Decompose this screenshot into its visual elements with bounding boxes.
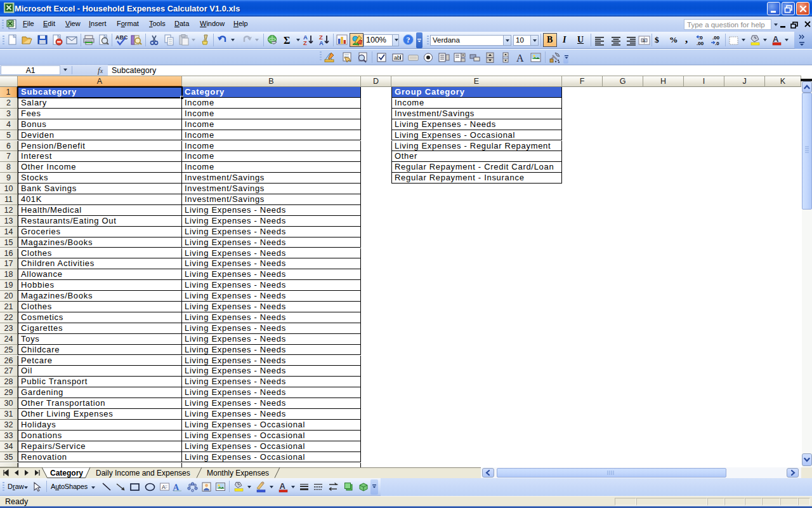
svg-text:Σ: Σ — [284, 35, 290, 46]
svg-text:A: A — [319, 39, 324, 46]
svg-text:.0: .0 — [698, 35, 703, 41]
svg-text:.00: .00 — [697, 41, 704, 46]
svg-text:ABC: ABC — [115, 34, 128, 41]
svg-text:a: a — [643, 38, 645, 43]
svg-text:Category: Category — [50, 469, 83, 478]
svg-text:ab: ab — [394, 55, 400, 61]
svg-text:Z: Z — [303, 39, 307, 46]
svg-text:A: A — [516, 53, 524, 64]
svg-text:.0: .0 — [715, 41, 719, 46]
svg-text:Monthly Expenses: Monthly Expenses — [207, 469, 269, 478]
svg-text:Daily Income and Expenses: Daily Income and Expenses — [96, 469, 190, 478]
svg-text:.00: .00 — [712, 35, 720, 41]
svg-text:?: ? — [407, 36, 410, 44]
svg-text:A: A — [162, 484, 166, 490]
svg-text:A: A — [280, 481, 286, 491]
